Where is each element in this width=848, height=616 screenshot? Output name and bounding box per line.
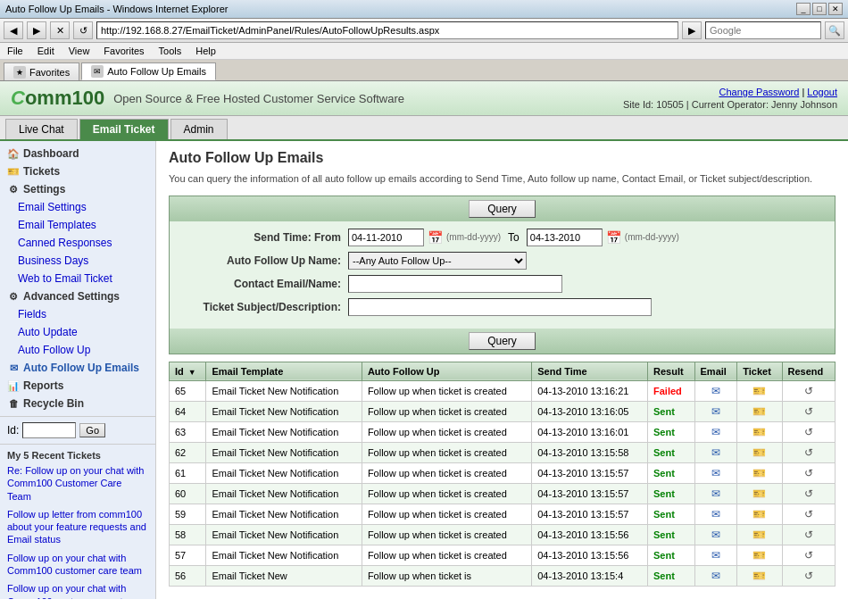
menu-help[interactable]: Help (194, 45, 218, 57)
tab-live-chat[interactable]: Live Chat (5, 119, 78, 139)
back-button[interactable]: ◀ (4, 21, 23, 39)
col-id[interactable]: Id ▼ (170, 362, 206, 380)
resend-action-icon-4[interactable]: ↺ (802, 466, 816, 480)
sidebar-item-auto-follow-up[interactable]: Auto Follow Up (0, 341, 155, 359)
address-bar[interactable] (96, 21, 678, 39)
email-action-icon-4[interactable]: ✉ (709, 466, 723, 480)
sidebar-item-canned-responses[interactable]: Canned Responses (0, 234, 155, 252)
cell-resend-1[interactable]: ↺ (782, 401, 836, 421)
minimize-button[interactable]: _ (796, 3, 811, 15)
sidebar-item-recycle-bin[interactable]: 🗑 Recycle Bin (0, 395, 155, 412)
email-action-icon-6[interactable]: ✉ (709, 507, 723, 521)
cell-ticket-2[interactable]: 🎫 (737, 421, 782, 442)
from-date-input[interactable] (348, 229, 424, 246)
menu-tools[interactable]: Tools (157, 45, 184, 57)
maximize-button[interactable]: □ (812, 3, 827, 15)
tab-admin[interactable]: Admin (170, 119, 228, 139)
menu-edit[interactable]: Edit (36, 45, 56, 57)
cell-email-5[interactable]: ✉ (694, 483, 737, 504)
search-box[interactable] (705, 21, 821, 39)
col-email[interactable]: Email (694, 362, 737, 380)
cell-ticket-5[interactable]: 🎫 (737, 483, 782, 504)
menu-favorites[interactable]: Favorites (102, 45, 145, 57)
query-button-bottom[interactable]: Query (469, 332, 536, 350)
cell-ticket-4[interactable]: 🎫 (737, 462, 782, 483)
cell-resend-7[interactable]: ↺ (782, 524, 836, 545)
ticket-action-icon-5[interactable]: 🎫 (752, 487, 767, 501)
resend-action-icon-2[interactable]: ↺ (802, 425, 816, 439)
change-password-link[interactable]: Change Password (719, 87, 799, 97)
cell-resend-4[interactable]: ↺ (782, 462, 836, 483)
go-button[interactable]: Go (79, 423, 105, 437)
cell-email-1[interactable]: ✉ (694, 401, 737, 421)
favorites-tab[interactable]: ★ Favorites (4, 62, 79, 80)
search-submit[interactable]: 🔍 (825, 21, 844, 39)
sidebar-item-business-days[interactable]: Business Days (0, 252, 155, 270)
email-action-icon-3[interactable]: ✉ (709, 445, 723, 460)
cell-email-8[interactable]: ✉ (694, 545, 737, 565)
email-action-icon-2[interactable]: ✉ (709, 425, 723, 439)
col-auto-follow-up[interactable]: Auto Follow Up (362, 362, 531, 380)
cell-ticket-8[interactable]: 🎫 (737, 545, 782, 565)
cell-email-7[interactable]: ✉ (694, 524, 737, 545)
cell-email-6[interactable]: ✉ (694, 504, 737, 524)
email-action-icon-9[interactable]: ✉ (709, 569, 723, 583)
resend-action-icon-5[interactable]: ↺ (802, 487, 816, 501)
ticket-action-icon-4[interactable]: 🎫 (752, 466, 767, 480)
sidebar-item-settings[interactable]: ⚙ Settings (0, 180, 155, 198)
id-input[interactable] (22, 422, 76, 438)
ticket-action-icon-7[interactable]: 🎫 (752, 528, 767, 542)
sidebar-item-advanced-settings[interactable]: ⚙ Advanced Settings (0, 287, 155, 305)
follow-up-dropdown[interactable]: --Any Auto Follow Up-- (348, 252, 527, 270)
stop-button[interactable]: ✕ (50, 21, 70, 39)
ticket-action-icon-2[interactable]: 🎫 (752, 425, 767, 439)
ticket-action-icon-3[interactable]: 🎫 (752, 445, 767, 460)
go-button[interactable]: ▶ (682, 21, 702, 39)
cell-resend-3[interactable]: ↺ (782, 442, 836, 462)
ticket-action-icon-9[interactable]: 🎫 (752, 569, 767, 583)
close-button[interactable]: ✕ (828, 3, 843, 15)
recent-ticket-3[interactable]: Follow up on your chat with Comm100 cust… (7, 552, 148, 578)
query-button-top[interactable]: Query (469, 200, 536, 218)
sidebar-item-reports[interactable]: 📊 Reports (0, 377, 155, 395)
ticket-action-icon-8[interactable]: 🎫 (752, 548, 767, 562)
sidebar-item-email-settings[interactable]: Email Settings (0, 198, 155, 216)
sidebar-item-web-to-email[interactable]: Web to Email Ticket (0, 270, 155, 287)
cell-resend-0[interactable]: ↺ (782, 380, 836, 401)
sidebar-item-fields[interactable]: Fields (0, 305, 155, 323)
cell-ticket-0[interactable]: 🎫 (737, 380, 782, 401)
col-email-template[interactable]: Email Template (206, 362, 362, 380)
cell-email-2[interactable]: ✉ (694, 421, 737, 442)
to-calendar-icon[interactable]: 📅 (606, 230, 621, 245)
email-action-icon-1[interactable]: ✉ (709, 404, 723, 419)
resend-action-icon-6[interactable]: ↺ (802, 507, 816, 521)
cell-resend-5[interactable]: ↺ (782, 483, 836, 504)
resend-action-icon-1[interactable]: ↺ (802, 404, 816, 419)
recent-ticket-4[interactable]: Follow up on your chat with Comm100 cust… (7, 582, 148, 599)
recent-ticket-1[interactable]: Re: Follow up on your chat with Comm100 … (7, 464, 148, 503)
refresh-button[interactable]: ↺ (73, 21, 93, 39)
sidebar-item-auto-follow-up-emails[interactable]: ✉ Auto Follow Up Emails (0, 359, 155, 377)
cell-resend-8[interactable]: ↺ (782, 545, 836, 565)
resend-action-icon-9[interactable]: ↺ (802, 569, 816, 583)
recent-ticket-2[interactable]: Follow up letter from comm100 about your… (7, 508, 148, 546)
cell-email-9[interactable]: ✉ (694, 565, 737, 586)
to-date-input[interactable] (527, 229, 603, 246)
ticket-action-icon-0[interactable]: 🎫 (752, 384, 767, 398)
col-send-time[interactable]: Send Time (532, 362, 648, 380)
page-tab[interactable]: ✉ Auto Follow Up Emails (81, 62, 216, 80)
cell-ticket-3[interactable]: 🎫 (737, 442, 782, 462)
col-ticket[interactable]: Ticket (737, 362, 782, 380)
col-result[interactable]: Result (648, 362, 695, 380)
cell-email-3[interactable]: ✉ (694, 442, 737, 462)
cell-resend-2[interactable]: ↺ (782, 421, 836, 442)
menu-view[interactable]: View (67, 45, 92, 57)
cell-email-0[interactable]: ✉ (694, 380, 737, 401)
resend-action-icon-3[interactable]: ↺ (802, 445, 816, 460)
ticket-action-icon-1[interactable]: 🎫 (752, 404, 767, 419)
ticket-action-icon-6[interactable]: 🎫 (752, 507, 767, 521)
sidebar-item-tickets[interactable]: 🎫 Tickets (0, 162, 155, 180)
sidebar-item-email-templates[interactable]: Email Templates (0, 216, 155, 234)
email-action-icon-8[interactable]: ✉ (709, 548, 723, 562)
from-calendar-icon[interactable]: 📅 (428, 230, 443, 245)
